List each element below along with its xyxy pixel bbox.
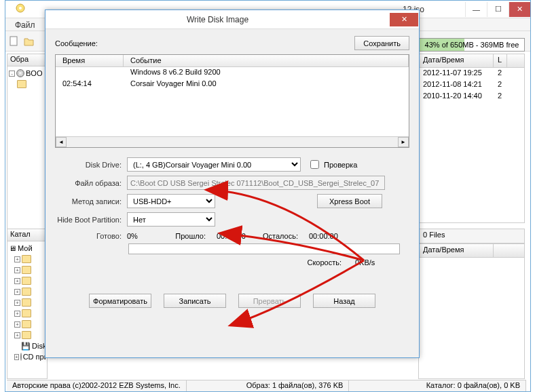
drive-node[interactable]: + (9, 297, 45, 308)
event-row[interactable]: Windows 8 v6.2 Build 9200 (56, 67, 409, 79)
capacity-bar: 43% of 650MB - 369MB free (419, 38, 525, 52)
elapsed-label: Прошло: (168, 232, 206, 240)
drive-node[interactable]: + (9, 254, 45, 264)
event-log: Время Событие Windows 8 v6.2 Build 92000… (55, 54, 409, 148)
folder-icon (22, 298, 31, 307)
file-list-upper: Дата/Время L 2012-11-07 19:2522012-11-08… (418, 54, 525, 223)
expand-icon[interactable]: + (14, 300, 20, 306)
col-time[interactable]: Время (56, 55, 124, 66)
new-icon[interactable] (8, 35, 20, 47)
folder-icon (22, 266, 31, 274)
verify-checkbox[interactable] (310, 160, 319, 169)
disc-icon (16, 69, 24, 77)
write-disk-image-dialog: Write Disk Image ✕ Сообщение: Сохранить … (45, 9, 420, 358)
folder-icon (22, 277, 31, 285)
elapsed-value: 00:00:00 (206, 232, 253, 240)
list-row[interactable]: 2010-11-20 14:402 (419, 91, 524, 102)
folder-icon (22, 288, 31, 296)
computer-node[interactable]: 🖥Мой (9, 243, 45, 254)
expand-icon[interactable]: + (14, 321, 20, 328)
col-event[interactable]: Событие (124, 55, 409, 66)
col-date[interactable]: Дата/Время (419, 54, 494, 67)
list-row[interactable]: 2012-11-08 14:212 (419, 79, 524, 91)
path-toolbar: 0 Files (418, 229, 525, 243)
abort-button[interactable]: Прервать (238, 294, 301, 308)
verify-label: Проверка (324, 161, 357, 169)
cd-drive-node[interactable]: +CD привод(J:) (9, 351, 45, 362)
ready-pct: 0% (127, 232, 168, 240)
disk-drive-label: Disk Drive: (55, 161, 127, 169)
capacity-text: 43% of 650MB - 369MB free (420, 41, 524, 49)
local-tree-pane: Катал 🖥Мой + + + + + + + + 💾Disk(L:) +CD… (7, 229, 48, 379)
file-count: 0 Files (423, 231, 445, 239)
status-copyright: Авторские права (c)2002-2012 EZB Systems… (7, 380, 187, 391)
back-button[interactable]: Назад (313, 294, 375, 308)
drive-icon: 💾 (21, 342, 31, 351)
hide-partition-label: Hide Boot Partition: (55, 216, 127, 224)
dialog-titlebar[interactable]: Write Disk Image ✕ (45, 10, 419, 29)
dialog-title: Write Disk Image (45, 15, 390, 24)
horizontal-scrollbar[interactable]: ◄ ► (56, 136, 409, 147)
save-button[interactable]: Сохранить (354, 36, 409, 50)
close-button[interactable]: ✕ (509, 2, 530, 17)
xpress-boot-button[interactable]: Xpress Boot (317, 194, 382, 208)
file-list-lower: Дата/Время (418, 243, 525, 379)
expand-icon[interactable]: + (14, 278, 20, 284)
disc-icon (20, 353, 22, 361)
drive-node[interactable]: + (9, 286, 45, 297)
progress-bar (128, 243, 400, 254)
svg-point-1 (19, 7, 22, 9)
dialog-close-button[interactable]: ✕ (390, 13, 418, 26)
ready-label: Готово: (55, 232, 127, 240)
image-tree-header: Обра (7, 54, 47, 66)
folder-icon (17, 80, 26, 88)
write-method-label: Метод записи: (55, 197, 127, 205)
event-row[interactable]: 02:54:14Corsair Voyager Mini 0.00 (56, 79, 409, 90)
maximize-button[interactable]: ☐ (487, 2, 509, 17)
window-buttons: — ☐ ✕ (465, 2, 530, 17)
drive-node[interactable]: + (9, 319, 45, 330)
write-button[interactable]: Записать (164, 294, 226, 308)
scroll-left-icon[interactable]: ◄ (56, 137, 67, 147)
image-file-field[interactable] (127, 176, 385, 190)
minimize-button[interactable]: — (465, 2, 487, 17)
remain-value: 00:00:00 (298, 232, 346, 240)
app-icon (16, 3, 25, 13)
expand-icon[interactable]: + (14, 256, 20, 262)
write-method-select[interactable]: USB-HDD+ (127, 194, 215, 208)
folder-icon (22, 309, 31, 317)
folder-icon (22, 255, 31, 263)
computer-icon: 🖥 (9, 244, 16, 252)
expand-icon[interactable]: + (14, 289, 20, 295)
expand-icon[interactable]: + (14, 354, 19, 360)
format-button[interactable]: Форматировать (89, 294, 151, 308)
statusbar: Авторские права (c)2002-2012 EZB Systems… (7, 380, 526, 391)
tree-root[interactable]: -BOO (9, 68, 45, 79)
collapse-icon[interactable]: - (9, 71, 15, 77)
hide-partition-select[interactable]: Нет (127, 212, 215, 227)
col-l[interactable]: L (494, 54, 507, 67)
menu-file[interactable]: Файл (10, 20, 41, 31)
open-icon[interactable] (23, 35, 35, 47)
expand-icon[interactable]: + (14, 332, 20, 338)
tree-item[interactable] (9, 79, 45, 90)
speed-label: Скорость: (307, 258, 342, 267)
drive-node[interactable]: + (9, 308, 45, 319)
remain-label: Осталось: (253, 232, 298, 240)
scroll-right-icon[interactable]: ► (398, 137, 409, 147)
expand-icon[interactable]: + (14, 311, 20, 317)
svg-rect-2 (10, 37, 17, 45)
message-label: Сообщение: (55, 39, 98, 47)
drive-node[interactable]: + (9, 275, 45, 286)
expand-icon[interactable]: + (14, 267, 20, 273)
drive-node[interactable]: + (9, 264, 45, 275)
drive-disk-l[interactable]: 💾Disk(L:) (9, 340, 45, 351)
local-tree-header: Катал (7, 229, 47, 241)
disk-drive-select[interactable]: (L:, 4 GB)Corsair Voyager Mini 0.00 (127, 157, 301, 172)
list-row[interactable]: 2012-11-07 19:252 (419, 68, 524, 79)
image-file-label: Файл образа: (55, 179, 127, 187)
status-catalog: Каталог: 0 файла(ов), 0 KB (421, 380, 526, 391)
speed-value: 0KB/s (342, 258, 382, 267)
col-date[interactable]: Дата/Время (419, 244, 494, 257)
drive-node[interactable]: + (9, 330, 45, 340)
